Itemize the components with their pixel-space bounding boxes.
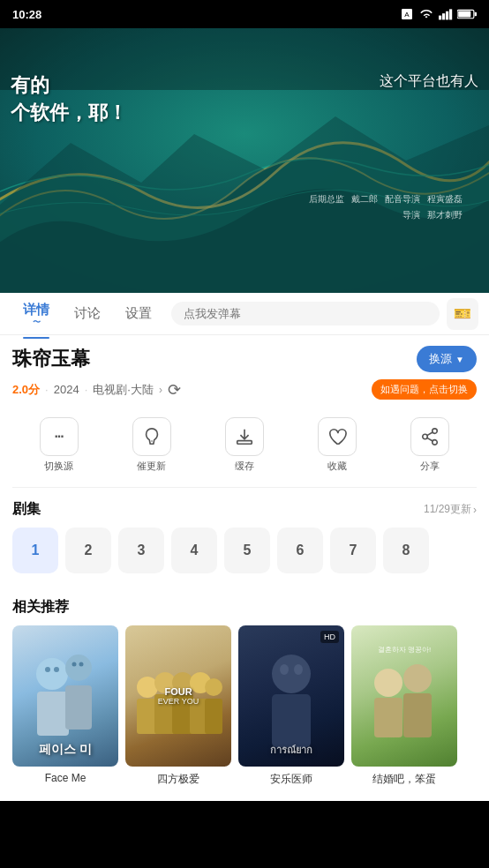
svg-rect-37	[272, 694, 311, 747]
rec-thumb-anle: การณ์ยาก HD	[238, 625, 344, 767]
tab-discuss[interactable]: 讨论	[62, 293, 113, 334]
signal-icon	[439, 8, 453, 20]
switch-source-icon: ···	[40, 417, 79, 456]
episode-btn-5[interactable]: 5	[224, 528, 270, 573]
meta-arrow-icon[interactable]: ›	[159, 384, 162, 396]
svg-rect-8	[458, 11, 470, 17]
svg-point-26	[137, 677, 158, 698]
svg-point-41	[403, 664, 432, 692]
tabs-bar: 详情 〜 讨论 设置 🎫	[0, 293, 489, 335]
collect-icon	[318, 417, 357, 456]
content-area: 珠帘玉幕 换源 ▼ 2.0分 · 2024 · 电视剧·大陆 › ⟳ 如遇问题，…	[0, 335, 489, 586]
action-urge-update-label: 催更新	[137, 460, 166, 473]
rec-label-face-me: Face Me	[12, 772, 118, 784]
svg-text:결혼하자 맹꽁아!: 결혼하자 맹꽁아!	[378, 646, 431, 654]
svg-point-25	[79, 662, 84, 667]
share-icon	[410, 417, 449, 456]
hero-text-left: 有的 个软件，耶！	[11, 72, 127, 127]
episode-btn-7[interactable]: 7	[330, 528, 376, 573]
action-share-label: 分享	[420, 460, 440, 473]
svg-rect-5	[449, 9, 452, 19]
episode-list: 1 2 3 4 5 6 7 8	[12, 528, 477, 586]
meta-left: 2.0分 · 2024 · 电视剧·大陆 › ⟳	[12, 380, 181, 400]
status-bar: 10:28 A	[0, 0, 489, 28]
action-urge-update[interactable]: 催更新	[132, 417, 171, 473]
svg-point-30	[205, 678, 222, 696]
rec-thumb-face-me: 페이스 미	[12, 625, 118, 767]
svg-point-18	[36, 658, 68, 690]
problem-button[interactable]: 如遇问题，点击切换	[372, 379, 477, 400]
rec-item-face-me[interactable]: 페이스 미 Face Me	[12, 625, 118, 787]
recommendations-section: 相关推荐 페이스	[0, 586, 489, 801]
episode-btn-4[interactable]: 4	[171, 528, 217, 573]
episode-btn-6[interactable]: 6	[277, 528, 323, 573]
hero-banner: 有的 个软件，耶！ 这个平台也有人 后期总监 戴二郎 配音导演 程寅盛磊 导演 …	[0, 28, 489, 293]
battery-icon	[457, 9, 477, 19]
episode-btn-3[interactable]: 3	[118, 528, 164, 573]
episode-btn-8[interactable]: 8	[383, 528, 429, 573]
episodes-title: 剧集	[12, 500, 41, 519]
rating: 2.0分	[12, 382, 40, 398]
svg-point-15	[433, 440, 438, 445]
svg-rect-42	[374, 698, 402, 737]
show-type: 电视剧·大陆	[93, 382, 154, 398]
hero-text-right: 这个平台也有人	[380, 72, 478, 91]
svg-line-17	[427, 432, 433, 436]
meta-row: 2.0分 · 2024 · 电视剧·大陆 › ⟳ 如遇问题，点击切换	[12, 379, 477, 400]
episodes-section-header: 剧集 11/29更新 ›	[12, 488, 477, 528]
action-buttons: ··· 切换源 催更新 缓存	[12, 410, 477, 488]
svg-point-39	[294, 664, 303, 675]
rec-item-marry[interactable]: 결혼하자 맹꽁아! 结婚吧，笨蛋	[351, 625, 457, 787]
action-switch-source[interactable]: ··· 切换源	[40, 417, 79, 473]
svg-rect-21	[65, 685, 92, 730]
recommendations-grid: 페이스 미 Face Me	[12, 625, 477, 787]
recommendations-title: 相关推荐	[12, 586, 477, 625]
urge-update-icon	[132, 417, 171, 456]
svg-point-38	[280, 664, 289, 675]
rec-thumb-marry: 결혼하자 맹꽁아!	[351, 625, 457, 767]
svg-point-24	[72, 662, 77, 667]
danmaku-input[interactable]	[171, 302, 440, 326]
svg-text:A: A	[404, 11, 410, 19]
svg-point-22	[45, 667, 50, 672]
show-title: 珠帘玉幕	[12, 346, 90, 372]
rec-thumb-four-ever: FOUR EVER YOU	[125, 625, 231, 767]
status-icons: A	[400, 7, 477, 21]
rec-item-anle[interactable]: การณ์ยาก HD 安乐医师	[238, 625, 344, 787]
cache-icon	[225, 417, 264, 456]
action-collect[interactable]: 收藏	[318, 417, 357, 473]
notification-icon: A	[400, 7, 414, 21]
tab-settings[interactable]: 设置	[113, 293, 164, 334]
action-collect-label: 收藏	[327, 460, 347, 473]
wifi-icon	[418, 8, 434, 20]
svg-point-14	[423, 434, 428, 439]
svg-rect-35	[205, 699, 222, 734]
svg-rect-20	[37, 692, 69, 736]
action-share[interactable]: 分享	[410, 417, 449, 473]
svg-rect-2	[439, 16, 441, 20]
add-favorite-icon[interactable]: ⟳	[168, 380, 181, 400]
episode-btn-2[interactable]: 2	[65, 528, 111, 573]
episode-btn-1[interactable]: 1	[12, 528, 58, 573]
svg-point-40	[374, 669, 402, 697]
svg-rect-3	[442, 13, 445, 19]
action-cache-label: 缓存	[235, 460, 254, 473]
svg-point-19	[65, 655, 92, 681]
tab-detail[interactable]: 详情 〜	[11, 289, 62, 339]
status-time: 10:28	[12, 8, 41, 21]
danmaku-emoji-button[interactable]: 🎫	[447, 298, 478, 330]
rec-label-anle: 安乐医师	[238, 772, 344, 787]
svg-point-13	[433, 429, 438, 434]
svg-rect-4	[446, 11, 448, 20]
svg-rect-7	[475, 12, 477, 17]
rec-item-four-ever[interactable]: FOUR EVER YOU 四方极爱	[125, 625, 231, 787]
svg-point-23	[54, 667, 59, 672]
rec-label-four-ever: 四方极爱	[125, 772, 231, 787]
show-year: 2024	[54, 383, 79, 396]
switch-source-button[interactable]: 换源 ▼	[417, 346, 477, 372]
action-cache[interactable]: 缓存	[225, 417, 264, 473]
rec-label-marry: 结婚吧，笨蛋	[351, 772, 457, 787]
episodes-update-info[interactable]: 11/29更新 ›	[424, 502, 477, 517]
svg-rect-12	[237, 441, 252, 445]
svg-line-16	[427, 438, 433, 441]
